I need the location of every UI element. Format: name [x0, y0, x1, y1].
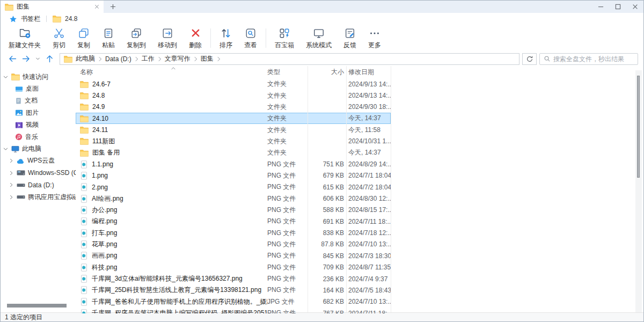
- toolbar-copy-to-button[interactable]: 复制到: [121, 27, 152, 50]
- sidebar-item-folder-0[interactable]: 快速访问: [1, 71, 76, 83]
- toolbar-paste-button[interactable]: 粘贴: [96, 27, 121, 50]
- file-manager-window: 图集 书签栏 24.8 新建文件夹剪切复制粘贴复制到移动到删除排序查看百宝箱系统…: [0, 0, 644, 322]
- folder-icon: [5, 3, 13, 11]
- desktop-icon: [15, 85, 23, 93]
- toolbar-toolbox-button[interactable]: 百宝箱: [269, 27, 300, 50]
- folder-row[interactable]: 111新图文件夹2024/10/31 1...: [76, 136, 391, 147]
- folder-row[interactable]: 24.9文件夹2024/9/30 18:...: [76, 101, 391, 113]
- file-row[interactable]: 千库网_3d立体ai智能球科技_元素编号13656327.pngPNG 文件23…: [76, 273, 391, 284]
- breadcrumb[interactable]: 此电脑Data (D:)工作文章写作图集: [60, 53, 519, 65]
- toolbar-label: 删除: [189, 41, 202, 50]
- search-icon: [544, 55, 551, 62]
- search-input[interactable]: [553, 55, 634, 63]
- file-date: 2024/8/15 17:...: [344, 206, 391, 214]
- file-row[interactable]: 2.pngPNG 文件615 KB2024/7/2 18:04: [76, 181, 391, 193]
- sidebar-item-this-pc-6[interactable]: 此电脑: [1, 143, 76, 155]
- folder-row[interactable]: 24.10文件夹今天, 14:37: [76, 113, 391, 124]
- breadcrumb-segment[interactable]: 工作: [141, 54, 156, 63]
- file-row[interactable]: 科技.pngPNG 文件709 KB2024/8/7 11:35: [76, 262, 391, 273]
- folder-row[interactable]: 24.11文件夹今天, 11:58: [76, 124, 391, 135]
- copy-to-icon: [130, 27, 142, 40]
- chevron-right-icon[interactable]: [8, 182, 14, 187]
- vertical-scrollbar-thumb[interactable]: [637, 76, 640, 178]
- file-date: 2024/7/4 9:37: [344, 275, 391, 283]
- toolbar-copy-button[interactable]: 复制: [71, 27, 96, 50]
- image-file-icon: [80, 217, 88, 225]
- toolbar-more-button[interactable]: 更多: [362, 27, 387, 50]
- breadcrumb-segment[interactable]: 此电脑: [75, 54, 96, 63]
- vertical-scrollbar[interactable]: [635, 70, 642, 312]
- refresh-button[interactable]: [522, 53, 537, 65]
- file-row[interactable]: 花草.pngPNG 文件87.8 KB2024/7/10 13:...: [76, 239, 391, 250]
- file-row[interactable]: 办公.pngPNG 文件588 KB2024/8/15 17:...: [76, 204, 391, 216]
- file-row[interactable]: 画画.pngPNG 文件845 KB2024/7/3 18:30: [76, 250, 391, 261]
- file-row[interactable]: 1.pngPNG 文件679 KB2024/7/1 18:04: [76, 170, 391, 181]
- toolbar-view-button[interactable]: 查看: [238, 27, 263, 50]
- file-size: 838 KB: [308, 229, 344, 237]
- cloud-icon: [17, 158, 25, 164]
- back-button[interactable]: [7, 54, 18, 63]
- sidebar-horizontal-scrollbar[interactable]: [7, 304, 67, 308]
- toolbar-move-to-button[interactable]: 移动到: [152, 27, 183, 50]
- folder-row[interactable]: 24.6-7文件夹2024/9/13 14:...: [76, 78, 391, 90]
- chevron-right-icon[interactable]: [8, 195, 14, 200]
- column-header-type[interactable]: 类型: [267, 68, 308, 77]
- bookmarks-star-icon[interactable]: [9, 15, 17, 23]
- chevron-down-icon[interactable]: [3, 147, 9, 151]
- file-date: 2024/9/30 18:...: [344, 103, 391, 111]
- toolbar-label: 查看: [244, 41, 257, 50]
- folder-row[interactable]: 图集 备用文件夹今天, 14:37: [76, 147, 391, 158]
- tab-close-icon[interactable]: [94, 4, 99, 9]
- file-date: 2024/7/18 12:...: [344, 229, 391, 237]
- file-row[interactable]: 千库网_25D科技智慧生活线上教育_元素编号13398121.pngPNG 文件…: [76, 284, 391, 296]
- maximize-button[interactable]: [609, 1, 626, 13]
- file-row[interactable]: 千库网_程序员在笔记本电脑上编写编程代码_摄影图编号20511911.pngPN…: [76, 308, 391, 313]
- bookmark-item[interactable]: 24.8: [65, 15, 77, 23]
- sidebar-item-desktop-1[interactable]: 桌面: [1, 83, 76, 94]
- minimize-button[interactable]: [592, 1, 609, 13]
- file-row[interactable]: 1.1.pngPNG 文件751 KB2024/8/29 14:...: [76, 158, 391, 170]
- sidebar-item-videos-4[interactable]: 视频: [1, 119, 76, 131]
- toolbar-feedback-button[interactable]: 反馈: [338, 27, 362, 50]
- sidebar-item-label: 视频: [26, 120, 39, 129]
- breadcrumb-segment[interactable]: Data (D:): [104, 55, 133, 63]
- toolbar-cut-button[interactable]: 剪切: [47, 27, 71, 50]
- sidebar-item-drive-10[interactable]: 腾讯应用宝虚拟磁盘 (T:: [1, 191, 76, 203]
- folder-icon: [80, 126, 89, 134]
- file-row[interactable]: AI绘画.pngPNG 文件606 KB2024/8/30 12:...: [76, 193, 391, 204]
- sidebar-item-drive-windows-8[interactable]: Windows-SSD (C:): [1, 167, 76, 179]
- sidebar-item-music-5[interactable]: 音乐: [1, 131, 76, 143]
- column-header-size[interactable]: 大小: [308, 68, 344, 77]
- toolbar-new-folder-button[interactable]: 新建文件夹: [3, 27, 47, 50]
- sidebar-item-label: Data (D:): [28, 181, 54, 189]
- image-file-icon: [80, 252, 88, 260]
- toolbar-system-mode-button[interactable]: 系统模式: [300, 27, 338, 50]
- history-dropdown-icon[interactable]: [34, 56, 41, 62]
- sidebar-item-pictures-3[interactable]: 图片: [1, 107, 76, 119]
- breadcrumb-segment[interactable]: 文章写作: [164, 54, 192, 63]
- breadcrumb-segment[interactable]: 图集: [200, 54, 215, 63]
- folder-row[interactable]: 24.8文件夹2024/9/13 14:...: [76, 90, 391, 101]
- forward-button[interactable]: [20, 54, 31, 63]
- file-row[interactable]: 千库网_爸爸和儿子使用智能手机上的应用程序识别植物。_摄影图编号1841217.…: [76, 296, 391, 308]
- toolbar-label: 新建文件夹: [9, 41, 41, 50]
- sidebar-item-cloud-7[interactable]: WPS云盘: [1, 155, 76, 167]
- toolbar-delete-button[interactable]: 删除: [183, 27, 208, 50]
- file-date: 2024/9/13 14:...: [344, 80, 391, 88]
- up-button[interactable]: [44, 54, 55, 63]
- cut-icon: [53, 27, 65, 40]
- chevron-down-icon[interactable]: [3, 75, 9, 79]
- file-row[interactable]: 打车.pngPNG 文件838 KB2024/7/18 12:...: [76, 227, 391, 238]
- tab-active[interactable]: 图集: [1, 1, 104, 13]
- sidebar-item-drive-9[interactable]: Data (D:): [1, 179, 76, 191]
- new-tab-button[interactable]: [104, 1, 122, 13]
- close-button[interactable]: [626, 1, 643, 13]
- bookmarks-label[interactable]: 书签栏: [21, 14, 40, 24]
- file-row[interactable]: 编程.pngPNG 文件691 KB2024/7/11 18:...: [76, 216, 391, 227]
- sidebar-item-documents-2[interactable]: 文档: [1, 95, 76, 107]
- toolbar-sort-button[interactable]: 排序: [214, 27, 238, 50]
- column-header-date[interactable]: 修改日期: [344, 68, 391, 77]
- chevron-right-icon[interactable]: [8, 158, 14, 163]
- sidebar: 快速访问桌面文档图片视频音乐此电脑WPS云盘Windows-SSD (C:)Da…: [1, 66, 76, 312]
- chevron-right-icon[interactable]: [8, 171, 14, 175]
